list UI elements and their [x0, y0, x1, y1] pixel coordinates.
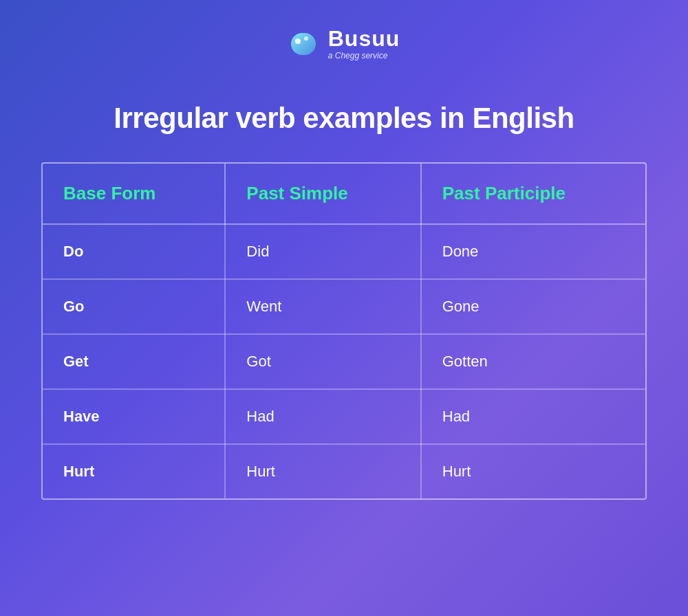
cell-base: Go [43, 279, 225, 334]
table-body: DoDidDoneGoWentGoneGetGotGottenHaveHadHa… [43, 224, 645, 498]
page-title: Irregular verb examples in English [114, 102, 574, 135]
col-header-base: Base Form [43, 164, 225, 224]
table-header: Base Form Past Simple Past Participle [43, 164, 645, 224]
table-row: GetGotGotten [43, 334, 645, 389]
cell-past-participle: Had [421, 389, 645, 444]
cell-past-participle: Gone [421, 279, 645, 334]
cell-past-participle: Hurt [421, 444, 645, 498]
svg-point-1 [295, 38, 301, 44]
cell-past-simple: Did [225, 224, 420, 279]
logo: Busuu a Chegg service [288, 28, 400, 60]
logo-subtitle: a Chegg service [328, 51, 400, 60]
header: Busuu a Chegg service [288, 28, 400, 60]
table-row: HaveHadHad [43, 389, 645, 444]
header-row: Base Form Past Simple Past Participle [43, 164, 645, 224]
svg-point-2 [304, 36, 308, 41]
svg-rect-0 [291, 33, 316, 55]
col-header-past-participle: Past Participle [421, 164, 645, 224]
cell-past-simple: Got [225, 334, 420, 389]
logo-name: Busuu [328, 28, 400, 50]
table-row: DoDidDone [43, 224, 645, 279]
cell-past-participle: Done [421, 224, 645, 279]
table-row: HurtHurtHurt [43, 444, 645, 498]
cell-base: Hurt [43, 444, 225, 498]
busuu-logo-icon [288, 28, 321, 60]
cell-past-simple: Went [225, 279, 420, 334]
cell-base: Get [43, 334, 225, 389]
cell-past-simple: Hurt [225, 444, 420, 498]
cell-past-participle: Gotten [421, 334, 645, 389]
cell-base: Do [43, 224, 225, 279]
cell-base: Have [43, 389, 225, 444]
table-row: GoWentGone [43, 279, 645, 334]
col-header-past-simple: Past Simple [225, 164, 420, 224]
logo-text: Busuu a Chegg service [328, 28, 400, 60]
verb-table-wrapper: Base Form Past Simple Past Participle Do… [41, 162, 647, 500]
cell-past-simple: Had [225, 389, 420, 444]
verb-table: Base Form Past Simple Past Participle Do… [43, 164, 645, 498]
